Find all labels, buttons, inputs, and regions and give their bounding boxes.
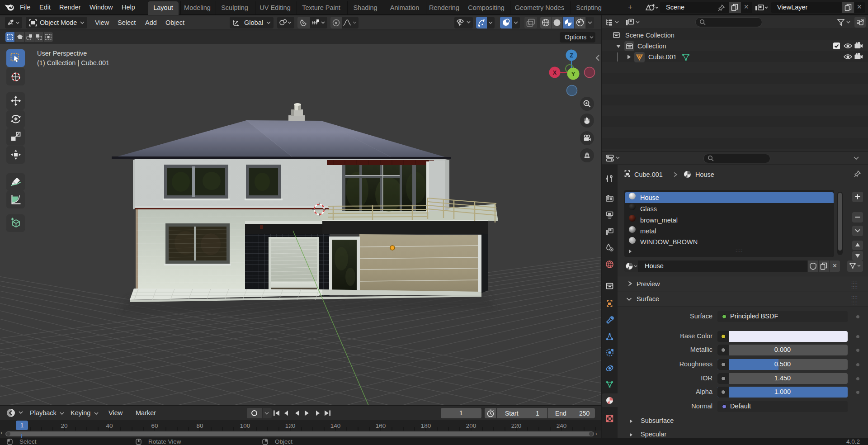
svg-text:Z: Z (570, 52, 573, 59)
svg-text:X: X (553, 70, 557, 76)
svg-text:Y: Y (571, 71, 576, 77)
